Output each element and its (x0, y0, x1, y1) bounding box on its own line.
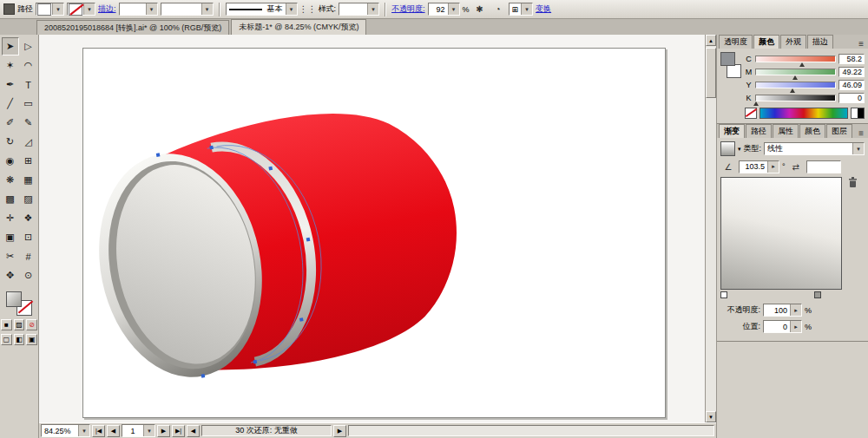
next-page-button[interactable]: ▶ (157, 425, 170, 437)
fill-proxy-swatch[interactable] (720, 52, 735, 66)
slider-knob[interactable] (799, 62, 805, 67)
tab-color2[interactable]: 颜色 (799, 124, 825, 138)
style-combo[interactable]: ▾ (339, 3, 379, 16)
document-tab-1[interactable]: 2008520195018684 [转换].ai* @ 100% (RGB/预览… (36, 20, 229, 35)
type-tool[interactable]: T (20, 75, 37, 94)
gradient-stop-white[interactable] (720, 291, 727, 298)
previous-page-button[interactable]: ◀ (107, 425, 120, 437)
first-page-button[interactable]: |◀ (92, 425, 105, 437)
paintbrush-tool[interactable]: ✐ (2, 114, 19, 132)
tab-color[interactable]: 颜色 (753, 35, 779, 49)
fill-stroke-indicator[interactable] (6, 291, 32, 316)
gradient-position-combo[interactable]: 0 ▸ (763, 320, 802, 333)
align-combo[interactable]: ⊞ ▾ (509, 3, 534, 16)
normal-screen-mode-button[interactable]: ▢ (1, 334, 12, 345)
chevron-down-icon[interactable]: ▾ (738, 146, 741, 153)
panel-menu-icon[interactable]: ≡ (856, 39, 866, 49)
fill-indicator-swatch[interactable] (6, 291, 22, 307)
trash-icon[interactable] (848, 177, 858, 187)
transform-panel-link[interactable]: 变换 (536, 3, 551, 15)
lasso-tool[interactable]: ◠ (20, 56, 37, 75)
pencil-tool[interactable]: ✎ (20, 114, 37, 132)
direct-selection-tool[interactable]: ▷ (20, 37, 37, 56)
dashed-line-icon[interactable]: ⋮⋮ (300, 3, 316, 16)
panel-options-icon[interactable] (3, 3, 15, 15)
stroke-weight-combo[interactable]: ▾ (119, 3, 158, 16)
last-page-button[interactable]: ▶| (172, 425, 185, 437)
cyan-slider[interactable] (755, 56, 836, 62)
opacity-panel-link[interactable]: 不透明度: (391, 3, 425, 15)
tab-attributes[interactable]: 属性 (773, 124, 799, 138)
yellow-value[interactable]: 46.09 (838, 80, 865, 90)
horizontal-scrollbar[interactable] (348, 425, 714, 436)
magenta-value[interactable]: 49.22 (838, 67, 865, 77)
zoom-tool[interactable]: ⊙ (20, 266, 37, 284)
black-slider[interactable] (755, 95, 836, 101)
panel-menu-icon[interactable]: ≡ (856, 128, 866, 138)
color-mode-button[interactable]: ■ (1, 319, 12, 330)
gradient-mode-button[interactable]: ▨ (14, 319, 25, 330)
slider-knob[interactable] (753, 101, 759, 106)
scrollbar-track[interactable] (706, 98, 716, 411)
gradient-angle-icon[interactable]: ∠ (720, 160, 736, 173)
live-paint-selection-tool[interactable]: ⊡ (20, 228, 37, 246)
line-segment-tool[interactable]: ╱ (2, 95, 19, 113)
scroll-down-icon[interactable]: ▼ (706, 411, 716, 422)
magic-wand-tool[interactable]: ✶ (2, 56, 19, 75)
rotate-tool[interactable]: ↻ (2, 133, 19, 151)
document-tab-2[interactable]: 未标题-1* @ 84.25% (CMYK/预览) (231, 19, 366, 35)
tab-stroke[interactable]: 描边 (807, 35, 833, 49)
slider-knob[interactable] (792, 75, 798, 80)
slice-tool[interactable]: # (20, 247, 37, 265)
stroke-panel-link[interactable]: 描边: (98, 3, 116, 15)
black-value[interactable]: 0 (838, 93, 865, 103)
cyan-value[interactable]: 58.2 (838, 54, 865, 64)
symbol-sprayer-tool[interactable]: ❋ (2, 171, 19, 189)
free-transform-tool[interactable]: ⊞ (20, 152, 37, 170)
scroll-up-icon[interactable]: ▲ (706, 35, 716, 46)
tab-gradient[interactable]: 渐变 (719, 124, 745, 138)
yellow-slider[interactable] (755, 82, 836, 88)
live-paint-bucket-tool[interactable]: ▣ (2, 228, 19, 246)
full-screen-menu-mode-button[interactable]: ◧ (14, 334, 25, 345)
mesh-tool[interactable]: ▩ (2, 190, 19, 208)
graph-tool[interactable]: ▦ (20, 171, 37, 189)
gradient-preview[interactable] (720, 177, 842, 290)
canvas-area[interactable] (39, 35, 705, 422)
aspect-ratio-field[interactable] (806, 160, 841, 173)
rectangle-tool[interactable]: ▭ (20, 95, 37, 113)
artboard[interactable] (82, 48, 666, 418)
stroke-proxy-swatch[interactable] (727, 64, 741, 78)
scissors-tool[interactable]: ✂ (2, 247, 19, 265)
pen-tool[interactable]: ✒ (2, 75, 19, 94)
tab-path[interactable]: 路径 (746, 124, 772, 138)
history-forward-icon[interactable]: ▶ (333, 425, 346, 437)
recolor-artwork-icon[interactable]: ✱ (472, 3, 488, 16)
gradient-stops-bar[interactable] (720, 291, 840, 299)
brush-definition-combo[interactable]: 基本 ▾ (226, 3, 298, 16)
angle-combo[interactable]: 103.5 ▸ (739, 160, 779, 173)
opacity-combo[interactable]: 92 ▾ (428, 3, 460, 16)
white-black-swatch[interactable] (851, 108, 865, 119)
gradient-stop-gray[interactable] (814, 291, 821, 298)
fill-color-picker[interactable]: ▾ (36, 3, 64, 16)
none-mode-button[interactable]: ⊘ (26, 319, 37, 330)
eyedropper-tool[interactable]: ✛ (2, 209, 19, 227)
color-spectrum-ramp[interactable] (760, 108, 848, 119)
gradient-swatch[interactable] (720, 141, 735, 156)
hand-tool[interactable]: ✥ (2, 266, 19, 284)
zoom-combo[interactable]: 84.25% ▾ (41, 424, 90, 437)
slider-knob[interactable] (790, 88, 795, 93)
none-swatch[interactable] (745, 108, 757, 119)
vertical-scrollbar[interactable]: ▲ ▼ (705, 35, 716, 422)
gradient-type-combo[interactable]: 线性 ▾ (764, 142, 865, 155)
variable-width-combo[interactable]: ▾ (161, 3, 214, 16)
magenta-slider[interactable] (755, 69, 836, 75)
gradient-tool[interactable]: ▨ (20, 190, 37, 208)
scale-tool[interactable]: ◿ (20, 133, 37, 151)
full-screen-mode-button[interactable]: ▣ (26, 334, 37, 345)
tab-layers[interactable]: 图层 (826, 124, 852, 138)
tab-appearance[interactable]: 外观 (780, 35, 806, 49)
selection-tool[interactable]: ➤ (2, 37, 19, 56)
page-number-combo[interactable]: 1 ▾ (122, 424, 155, 437)
